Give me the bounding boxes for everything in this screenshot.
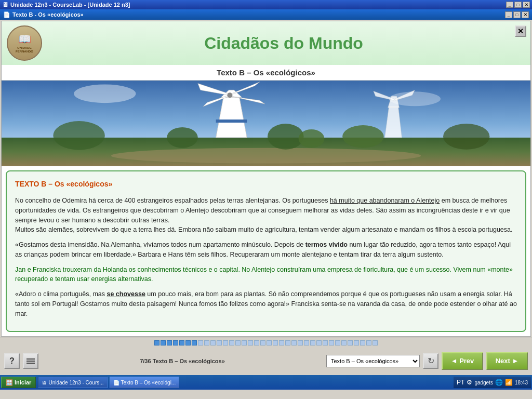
progress-dot-33 [354, 340, 359, 345]
paragraph-4: «Adoro o clima português, mas se chovess… [15, 289, 517, 318]
logo-text: UNIDADEFERNANDO [16, 46, 33, 54]
progress-dot-23 [291, 340, 297, 345]
refresh-button[interactable]: ↻ [423, 353, 438, 369]
next-button[interactable]: Next ► [486, 352, 528, 370]
app-icon: 🖥 [2, 1, 8, 8]
minimize-button[interactable]: _ [506, 2, 513, 8]
progress-dot-3 [167, 340, 172, 345]
taskbar-item-2[interactable]: 📄 Texto B – Os «ecológi... [110, 377, 180, 388]
prev-button[interactable]: ◄ Prev [442, 352, 483, 370]
page-info-text: 7/36 Texto B – Os «ecológicos» [140, 358, 225, 364]
inner-maximize-button[interactable]: □ [513, 11, 521, 18]
progress-dot-21 [279, 340, 284, 345]
progress-dot-28 [323, 340, 328, 345]
progress-dot-24 [298, 340, 303, 345]
taskbar-item-1[interactable]: 🖥 Unidade 12n3 - Cours... [38, 377, 107, 388]
logo: 📖 UNIDADEFERNANDO [7, 25, 42, 61]
window-title: Unidade 12n3 - CourseLab - [Unidade 12 n… [10, 2, 130, 8]
title-bar: 🖥 Unidade 12n3 - CourseLab - [Unidade 12… [0, 0, 532, 9]
progress-dot-2 [161, 340, 166, 345]
subtitle-text: Texto B – Os «ecológicos» [217, 68, 315, 77]
text-content-box: TEXTO B – Os «ecológicos» No concelho de… [6, 170, 526, 332]
nav-row: ? 7/36 Texto B – Os «ecológicos» Texto B… [0, 347, 532, 375]
taskbar: 🪟 Iniciar 🖥 Unidade 12n3 - Cours... 📄 Te… [0, 375, 532, 390]
start-button[interactable]: 🪟 Iniciar [1, 377, 36, 388]
progress-dot-27 [316, 340, 322, 345]
progress-dots [154, 340, 378, 345]
progress-dot-15 [242, 340, 247, 345]
header-title: Cidadãos do Mundo [42, 34, 525, 53]
underline-1: há muito que abandonaram o Alentejo [330, 197, 440, 204]
page-dropdown[interactable]: Texto B – Os «ecológicos» [326, 355, 420, 367]
progress-dot-18 [260, 340, 265, 345]
heading-colored: Os «ecológicos» [55, 180, 112, 188]
gadgets-label: gadgets [474, 380, 493, 385]
bold-underline-1: se chovesse [107, 290, 145, 298]
progress-dot-19 [267, 340, 272, 345]
subtitle: Texto B – Os «ecológicos» [2, 65, 530, 81]
heading-label: TEXTO B – [15, 180, 55, 188]
windows-icon: 🪟 [6, 379, 13, 386]
progress-dot-13 [229, 340, 234, 345]
inner-minimize-button[interactable]: _ [505, 11, 512, 18]
progress-dot-36 [373, 340, 378, 345]
network-icon: 🌐 [495, 379, 503, 386]
inner-close-button[interactable]: ✕ [522, 11, 529, 18]
progress-dot-22 [285, 340, 290, 345]
taskbar-item-2-label: Texto B – Os «ecológi... [121, 380, 176, 385]
menu-button[interactable] [23, 353, 38, 369]
svg-point-18 [342, 125, 384, 148]
lang-indicator: PT [457, 379, 464, 386]
help-button[interactable]: ? [4, 353, 20, 369]
inner-window-title: Texto B - Os «ecológicos» [12, 11, 84, 18]
close-button[interactable]: ✕ [523, 2, 530, 8]
progress-dot-20 [273, 340, 278, 345]
svg-point-22 [389, 91, 441, 106]
taskbar-item-1-icon: 🖥 [42, 380, 47, 385]
progress-dot-12 [223, 340, 228, 345]
taskbar-item-1-label: Unidade 12n3 - Cours... [48, 380, 103, 385]
svg-point-15 [268, 124, 304, 150]
maximize-button[interactable]: □ [514, 2, 522, 8]
paragraph-3: Jan e Franciska trouxeram da Holanda os … [15, 265, 517, 285]
title-bar-controls: _ □ ✕ [506, 2, 530, 8]
progress-dot-6 [185, 340, 191, 345]
main-content: 📖 UNIDADEFERNANDO Cidadãos do Mundo ✕ Te… [1, 21, 531, 337]
svg-point-2 [111, 148, 421, 164]
header-close-button[interactable]: ✕ [515, 25, 526, 37]
logo-inner: 📖 UNIDADEFERNANDO [16, 33, 33, 54]
page-info: 7/36 Texto B – Os «ecológicos» [42, 358, 323, 364]
svg-point-10 [227, 92, 232, 98]
progress-dot-17 [254, 340, 259, 345]
para3-green: Jan e Franciska trouxeram da Holanda os … [15, 266, 513, 283]
progress-dot-9 [204, 340, 209, 345]
start-label: Iniciar [15, 379, 31, 385]
progress-dot-30 [335, 340, 340, 345]
gadgets-icon: ⚙ [467, 379, 472, 386]
header: 📖 UNIDADEFERNANDO Cidadãos do Mundo ✕ [2, 21, 530, 65]
progress-dot-26 [310, 340, 315, 345]
progress-dot-29 [329, 340, 334, 345]
clock: 18:43 [515, 380, 528, 385]
progress-dot-16 [248, 340, 253, 345]
svg-point-20 [443, 124, 489, 150]
wifi-icon: 📶 [505, 379, 513, 386]
menu-line-2 [26, 361, 35, 362]
progress-dot-8 [198, 340, 203, 345]
taskbar-item-2-icon: 📄 [113, 380, 119, 385]
paragraph-1: No concelho de Odemira há cerca de 400 e… [15, 196, 517, 235]
progress-dot-4 [173, 340, 178, 345]
text-heading: TEXTO B – Os «ecológicos» [15, 179, 517, 190]
inner-title-bar: 📄 Texto B - Os «ecológicos» _ □ ✕ [0, 9, 532, 20]
progress-dot-10 [210, 340, 216, 345]
inner-app-icon: 📄 [3, 11, 10, 18]
progress-dot-32 [348, 340, 353, 345]
progress-dot-7 [192, 340, 197, 345]
logo-icon: 📖 [16, 33, 33, 45]
windmill-image [2, 81, 530, 166]
bold-1: termos vivido [305, 241, 348, 248]
menu-line-3 [26, 363, 35, 364]
progress-dot-34 [360, 340, 365, 345]
progress-dot-11 [217, 340, 222, 345]
progress-dot-31 [341, 340, 347, 345]
